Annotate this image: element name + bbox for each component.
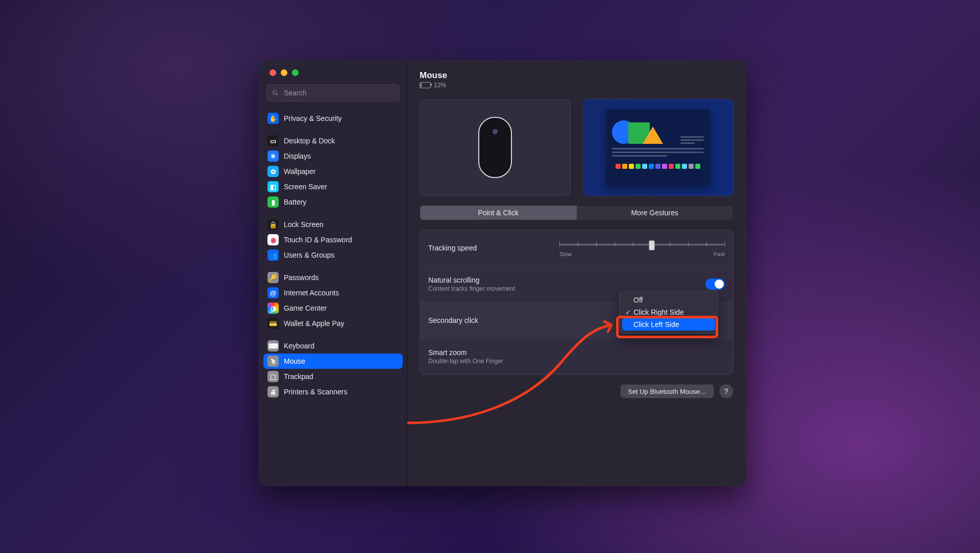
slider-thumb[interactable]: [649, 240, 655, 250]
privacy-security-icon: ✋: [267, 113, 279, 124]
battery-status: 12%: [420, 82, 733, 89]
mouse-graphic: [478, 117, 512, 178]
sidebar-item-battery[interactable]: ▮Battery: [263, 194, 403, 210]
lock-screen-icon: 🔒: [267, 219, 279, 230]
sidebar-item-printers-scanners[interactable]: 🖨Printers & Scanners: [263, 384, 403, 399]
dropdown-item-click-left-side[interactable]: Click Left Side: [622, 318, 715, 331]
battery-icon: ▮: [267, 196, 279, 208]
color-swatch: [662, 164, 667, 169]
smart-zoom-sub: Double-tap with One Finger: [428, 358, 725, 365]
sidebar-item-mouse[interactable]: 🖱Mouse: [263, 354, 403, 369]
sidebar-item-touch-id-password[interactable]: ◉Touch ID & Password: [263, 232, 403, 247]
tab-more-gestures[interactable]: More Gestures: [577, 206, 733, 220]
sidebar-item-users-groups[interactable]: 👥Users & Groups: [263, 247, 403, 263]
slider-tick: [633, 242, 633, 247]
secondary-click-dropdown[interactable]: OffClick Right SideClick Left Side: [619, 291, 718, 334]
preview-shapes: [612, 114, 704, 144]
sidebar-item-label: Screen Saver: [284, 183, 327, 191]
titlebar: [259, 61, 407, 84]
mouse-sensor-dot: [493, 129, 498, 134]
slider-tick: [670, 242, 670, 247]
sidebar-item-label: Battery: [284, 198, 306, 206]
wallpaper-icon: ✿: [267, 166, 279, 177]
sidebar-item-label: Desktop & Dock: [284, 137, 335, 145]
printers-scanners-icon: 🖨: [267, 386, 279, 397]
sidebar-item-label: Internet Accounts: [284, 289, 339, 297]
keyboard-icon: ⌨: [267, 340, 279, 351]
preview-line: [680, 139, 704, 141]
sidebar-item-label: Displays: [284, 152, 311, 160]
color-swatch: [622, 164, 627, 169]
screen-saver-icon: ◧: [267, 181, 279, 192]
color-swatch: [682, 164, 687, 169]
slider-label-slow: Slow: [559, 251, 572, 257]
color-swatch: [635, 164, 641, 169]
traffic-lights: [270, 69, 299, 76]
sidebar-item-displays[interactable]: ☀Displays: [263, 148, 403, 164]
sidebar-item-privacy-security[interactable]: ✋Privacy & Security: [263, 111, 403, 126]
tracking-speed-control: Slow Fast: [556, 239, 725, 257]
dropdown-item-off[interactable]: Off: [622, 294, 715, 306]
sidebar-item-label: Printers & Scanners: [284, 388, 348, 396]
preview-text-lines: [612, 148, 704, 157]
help-button[interactable]: ?: [719, 384, 733, 398]
sidebar-item-internet-accounts[interactable]: @Internet Accounts: [263, 285, 403, 300]
color-swatches: [612, 164, 704, 169]
sidebar-item-keyboard[interactable]: ⌨Keyboard: [263, 338, 403, 354]
tab-point-and-click[interactable]: Point & Click: [420, 206, 577, 220]
content-body: Point & Click More Gestures Tracking spe…: [407, 93, 746, 486]
tracking-speed-slider[interactable]: [559, 239, 725, 249]
sidebar-item-label: Lock Screen: [284, 220, 324, 229]
search-icon: [272, 89, 279, 96]
sidebar-item-label: Touch ID & Password: [284, 236, 352, 244]
toggle-knob: [715, 280, 724, 289]
content-header: Mouse 12%: [407, 61, 746, 93]
natural-scrolling-toggle[interactable]: [705, 279, 725, 290]
sidebar-item-screen-saver[interactable]: ◧Screen Saver: [263, 179, 403, 194]
setup-bluetooth-mouse-button[interactable]: Set Up Bluetooth Mouse…: [620, 384, 714, 398]
gesture-preview-card: [583, 99, 734, 196]
color-swatch: [669, 164, 674, 169]
preview-cards: [420, 99, 733, 196]
zoom-button[interactable]: [292, 69, 299, 76]
slider-tick: [596, 242, 597, 247]
desktop-dock-icon: ▭: [267, 135, 279, 146]
sidebar: ✋Privacy & Security▭Desktop & Dock☀Displ…: [259, 61, 407, 486]
slider-tick: [688, 242, 689, 247]
sidebar-item-desktop-dock[interactable]: ▭Desktop & Dock: [263, 133, 403, 148]
tab-segmented-control[interactable]: Point & Click More Gestures: [420, 205, 733, 220]
sidebar-item-label: Keyboard: [284, 342, 314, 350]
touch-id-password-icon: ◉: [267, 234, 279, 245]
color-swatch: [629, 164, 634, 169]
sidebar-item-game-center[interactable]: ◑Game Center: [263, 300, 403, 316]
search-field[interactable]: [266, 84, 400, 102]
preview-line: [680, 136, 704, 138]
sidebar-group: 🔒Lock Screen◉Touch ID & Password👥Users &…: [263, 217, 403, 263]
color-swatch: [695, 164, 700, 169]
search-wrap: [259, 84, 407, 107]
slider-tick: [578, 242, 578, 247]
dropdown-item-click-right-side[interactable]: Click Right Side: [622, 306, 715, 318]
game-center-icon: ◑: [267, 303, 279, 314]
internet-accounts-icon: @: [267, 287, 279, 298]
color-swatch: [689, 164, 694, 169]
close-button[interactable]: [270, 69, 276, 76]
slider-tick: [725, 242, 725, 247]
sidebar-item-label: Trackpad: [284, 372, 313, 381]
color-swatch: [649, 164, 654, 169]
sidebar-group: 🔑Passwords@Internet Accounts◑Game Center…: [263, 270, 403, 331]
search-input[interactable]: [283, 88, 395, 97]
sidebar-item-passwords[interactable]: 🔑Passwords: [263, 270, 403, 285]
sidebar-item-wallpaper[interactable]: ✿Wallpaper: [263, 164, 403, 179]
sidebar-item-trackpad[interactable]: ⬚Trackpad: [263, 369, 403, 384]
preview-line: [680, 142, 695, 144]
sidebar-item-lock-screen[interactable]: 🔒Lock Screen: [263, 217, 403, 232]
wallet-apple-pay-icon: 💳: [267, 318, 279, 329]
sidebar-item-wallet-apple-pay[interactable]: 💳Wallet & Apple Pay: [263, 316, 403, 331]
content-pane: Mouse 12%: [407, 61, 746, 486]
svg-point-0: [273, 91, 277, 94]
mouse-card: [420, 99, 571, 196]
minimize-button[interactable]: [281, 69, 287, 76]
natural-scrolling-label: Natural scrolling: [428, 276, 705, 284]
tracking-speed-label: Tracking speed: [428, 244, 556, 252]
